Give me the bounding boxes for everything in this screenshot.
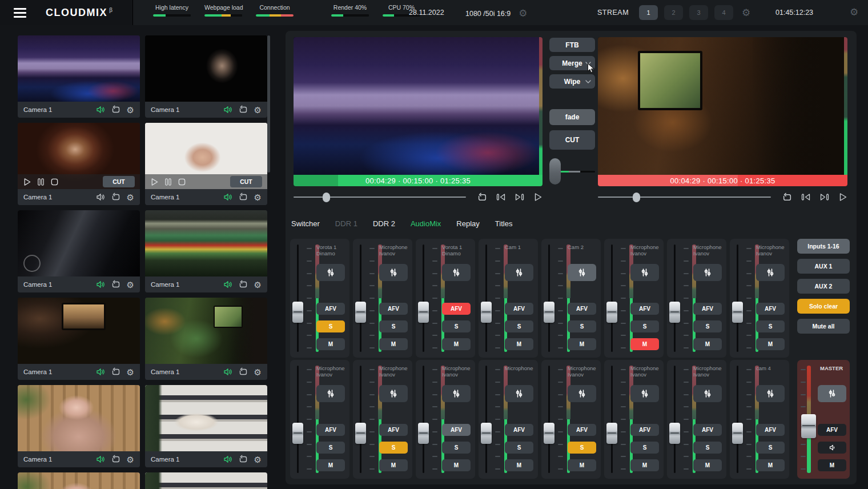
channel-settings-button[interactable]	[505, 385, 533, 402]
audio-speaker-icon[interactable]	[223, 455, 232, 464]
afv-button[interactable]: AFV	[316, 424, 345, 436]
mute-button[interactable]: M	[379, 459, 408, 471]
afv-button[interactable]: AFV	[756, 303, 785, 315]
fader-track[interactable]	[423, 366, 424, 473]
tile-settings-gear-icon[interactable]: ⚙	[254, 455, 262, 464]
camera-tile[interactable]: Camera 1 ⚙	[145, 385, 267, 467]
camera-tile[interactable]: CUT Camera 1 ⚙	[18, 123, 140, 205]
preview-next-frame-icon[interactable]	[515, 193, 525, 201]
channel-settings-button[interactable]	[693, 385, 722, 402]
preview-monitor[interactable]: 00:04:29 · 00:15:00 · 01:25:35	[294, 37, 542, 186]
solo-button[interactable]: S	[316, 320, 345, 332]
preview-seek-slider[interactable]	[294, 197, 466, 198]
fader-handle[interactable]	[544, 423, 554, 444]
fade-button[interactable]: fade	[549, 109, 595, 125]
audio-speaker-icon[interactable]	[223, 280, 232, 289]
tab[interactable]: Replay	[456, 219, 479, 228]
stop-icon[interactable]	[50, 178, 59, 186]
loop-icon[interactable]	[239, 280, 248, 289]
fader-handle[interactable]	[669, 423, 680, 444]
fader-track[interactable]	[737, 366, 738, 473]
solo-button[interactable]: S	[693, 442, 722, 454]
afv-button[interactable]: AFV	[442, 424, 471, 436]
afv-button[interactable]: AFV	[693, 303, 722, 315]
loop-icon[interactable]	[239, 367, 248, 376]
channel-settings-button[interactable]	[442, 385, 471, 402]
program-seek-handle[interactable]	[633, 193, 640, 202]
loop-icon[interactable]	[111, 193, 120, 202]
tab[interactable]: AudioMix	[411, 219, 441, 228]
camera-tile[interactable]: Camera 1 ⚙	[18, 472, 140, 489]
stream-button[interactable]: 2	[664, 5, 683, 20]
fader-handle[interactable]	[732, 302, 743, 323]
channel-settings-button[interactable]	[568, 385, 596, 402]
channel-settings-button[interactable]	[505, 264, 533, 281]
loop-icon[interactable]	[111, 455, 120, 464]
loop-icon[interactable]	[239, 455, 248, 464]
fader-track[interactable]	[297, 366, 299, 473]
tile-settings-gear-icon[interactable]: ⚙	[127, 455, 134, 464]
mute-button[interactable]: M	[505, 459, 533, 471]
solo-button[interactable]: S	[693, 320, 722, 332]
loop-icon[interactable]	[111, 367, 120, 376]
audio-speaker-icon[interactable]	[96, 367, 105, 376]
camera-tile[interactable]: Camera 1 ⚙	[145, 210, 267, 292]
fader-handle[interactable]	[732, 423, 743, 444]
solo-button[interactable]: S	[568, 442, 596, 454]
afv-button[interactable]: AFV	[442, 303, 471, 315]
transition-t-bar[interactable]	[549, 157, 595, 186]
channel-settings-button[interactable]	[442, 264, 471, 281]
bus-button[interactable]: AUX 2	[797, 279, 850, 294]
audio-speaker-icon[interactable]	[96, 193, 105, 202]
program-loop-icon[interactable]	[782, 193, 792, 202]
afv-button[interactable]: AFV	[505, 424, 533, 436]
fader-track[interactable]	[485, 244, 487, 352]
channel-settings-button[interactable]	[693, 264, 722, 281]
solo-button[interactable]: S	[442, 320, 471, 332]
afv-button[interactable]: AFV	[756, 424, 785, 436]
mute-button[interactable]: M	[505, 338, 533, 350]
mute-button[interactable]: M	[568, 459, 596, 471]
camera-tile[interactable]: Camera 1 ⚙	[145, 472, 267, 489]
afv-button[interactable]: AFV	[568, 303, 596, 315]
fader-handle[interactable]	[292, 423, 303, 444]
tile-settings-gear-icon[interactable]: ⚙	[254, 368, 262, 376]
channel-settings-button[interactable]	[630, 264, 659, 281]
afv-button[interactable]: AFV	[693, 424, 722, 436]
afv-button[interactable]: AFV	[630, 303, 659, 315]
app-settings-gear-icon[interactable]: ⚙	[850, 7, 858, 17]
camera-tile[interactable]: Camera 1 ⚙	[145, 298, 267, 380]
audio-speaker-icon[interactable]	[96, 280, 105, 289]
solo-button[interactable]: S	[505, 442, 533, 454]
solo-button[interactable]: S	[379, 442, 408, 454]
audio-speaker-icon[interactable]	[223, 367, 232, 376]
solo-button[interactable]: S	[630, 442, 659, 454]
play-icon[interactable]	[150, 178, 159, 186]
solo-button[interactable]: S	[756, 442, 785, 454]
fader-handle[interactable]	[606, 302, 617, 323]
bus-button[interactable]: Mute all	[797, 319, 850, 334]
t-bar-handle[interactable]	[549, 158, 561, 185]
channel-settings-button[interactable]	[756, 264, 785, 281]
camera-tile[interactable]: CUT Camera 1 ⚙	[145, 123, 267, 205]
fader-track[interactable]	[485, 366, 487, 473]
fader-track[interactable]	[674, 366, 676, 473]
mute-button[interactable]: M	[756, 459, 785, 471]
fader-track[interactable]	[611, 244, 613, 352]
camera-tile[interactable]: Camera 1 ⚙	[18, 298, 140, 380]
mute-button[interactable]: M	[693, 338, 722, 350]
tile-settings-gear-icon[interactable]: ⚙	[254, 106, 262, 114]
mute-button[interactable]: M	[442, 459, 471, 471]
mute-button[interactable]: M	[442, 338, 471, 350]
loop-icon[interactable]	[111, 280, 120, 289]
audio-speaker-icon[interactable]	[96, 455, 105, 464]
stream-button[interactable]: 3	[689, 5, 708, 20]
fader-handle[interactable]	[544, 302, 554, 323]
solo-button[interactable]: S	[316, 442, 345, 454]
preview-prev-frame-icon[interactable]	[496, 193, 506, 201]
loop-icon[interactable]	[239, 105, 248, 114]
fader-track[interactable]	[297, 244, 299, 352]
channel-settings-button[interactable]	[630, 385, 659, 402]
camera-tile[interactable]: Camera 1 ⚙	[18, 35, 140, 118]
wipe-dropdown[interactable]: Wipe	[549, 74, 595, 89]
